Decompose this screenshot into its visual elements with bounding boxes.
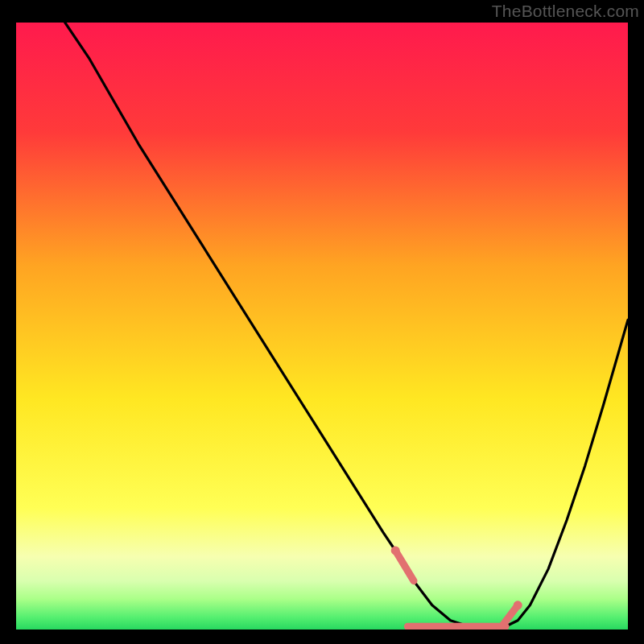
chart-svg <box>16 23 628 630</box>
gradient-background <box>16 23 628 630</box>
bottleneck-chart <box>16 23 628 630</box>
watermark-label: TheBottleneck.com <box>492 2 639 21</box>
